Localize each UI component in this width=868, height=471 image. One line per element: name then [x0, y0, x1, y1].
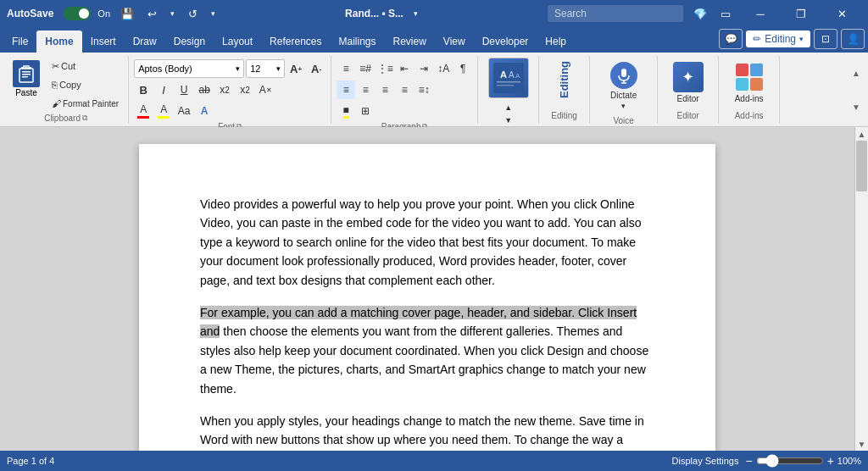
undo-dropdown[interactable]: ▾ [167, 8, 178, 19]
editor-button[interactable]: ✦ Editor [667, 58, 709, 108]
copilot-button[interactable]: 💎 [690, 6, 710, 22]
change-case-button[interactable]: Aa [175, 102, 193, 120]
highlight-button[interactable]: A [154, 102, 173, 120]
bullets-button[interactable]: ≡ [337, 59, 355, 78]
menu-item-insert[interactable]: Insert [82, 30, 125, 53]
restore-button[interactable]: ❐ [782, 0, 821, 27]
paragraph-3[interactable]: When you apply styles, your headings cha… [200, 412, 654, 451]
ribbon-display-button[interactable]: ▭ [717, 6, 734, 22]
document-page[interactable]: Video provides a powerful way to help yo… [139, 144, 715, 451]
text-effects-button[interactable]: A [195, 102, 214, 120]
align-left-button[interactable]: ≡ [337, 80, 355, 99]
styles-group: A A A ▲ ▼ ▾ Styles ⧉ [478, 56, 539, 124]
paragraph-1[interactable]: Video provides a powerful way to help yo… [200, 195, 654, 290]
menu-item-home[interactable]: Home [36, 30, 81, 53]
copy-button[interactable]: ⎘ Copy [47, 76, 123, 93]
subscript-button[interactable]: x2 [215, 80, 234, 99]
dictate-button[interactable]: Dictate ▾ [604, 58, 643, 114]
clear-formatting-button[interactable]: A✕ [256, 80, 275, 99]
editing-group: Editing Editing [539, 56, 590, 124]
menu-item-review[interactable]: Review [385, 30, 435, 53]
people-button[interactable]: 👤 [841, 29, 865, 49]
italic-button[interactable]: I [154, 80, 173, 99]
paste-icon [13, 60, 40, 87]
zoom-slider[interactable] [756, 454, 824, 468]
zoom-in-button[interactable]: + [827, 454, 834, 468]
editing-vertical-label[interactable]: Editing [558, 58, 570, 102]
svg-rect-3 [22, 71, 31, 73]
shading-button[interactable]: ■ [337, 102, 355, 120]
multilevel-button[interactable]: ⋮≡ [376, 59, 394, 78]
autosave-state: On [97, 8, 110, 19]
justify-button[interactable]: ≡ [395, 80, 414, 99]
styles-icon[interactable]: A A A [488, 58, 529, 98]
editing-group-label: Editing [551, 111, 577, 120]
scroll-down-button[interactable]: ▼ [855, 437, 868, 451]
undo-button[interactable]: ↩ [144, 6, 160, 22]
cut-button[interactable]: ✂ Cut [47, 58, 123, 75]
numbering-button[interactable]: ≡# [356, 59, 375, 78]
align-right-button[interactable]: ≡ [376, 80, 394, 99]
borders-button[interactable]: ⊞ [356, 102, 375, 120]
decrease-indent-button[interactable]: ⇤ [395, 59, 414, 78]
menu-item-design[interactable]: Design [165, 30, 214, 53]
grow-font-button[interactable]: A+ [287, 59, 305, 78]
addins-button[interactable]: Add-ins [728, 58, 771, 108]
zoom-out-button[interactable]: − [745, 454, 752, 468]
font-size-arrow: ▾ [276, 64, 281, 73]
doc-title-dropdown[interactable]: ▾ [410, 8, 421, 19]
addins-icon [734, 62, 765, 92]
paragraph-group: ≡ ≡# ⋮≡ ⇤ ⇥ ↕A ¶ ≡ ≡ ≡ ≡ ≡↕ ■ [331, 56, 478, 124]
menu-item-help[interactable]: Help [537, 30, 575, 53]
show-para-button[interactable]: ¶ [453, 59, 472, 78]
styles-down-button[interactable]: ▼ [499, 114, 518, 126]
menu-item-mailings[interactable]: Mailings [330, 30, 384, 53]
format-painter-button[interactable]: 🖌 Format Painter [47, 95, 123, 112]
font-color-button[interactable]: A [134, 102, 153, 120]
font-size-dropdown[interactable]: 12 ▾ [246, 59, 285, 78]
addins-group-label: Add-ins [735, 111, 764, 120]
minimize-button[interactable]: ─ [741, 0, 780, 27]
redo-button[interactable]: ↺ [185, 6, 201, 22]
menu-item-file[interactable]: File [3, 30, 36, 53]
styles-up-button[interactable]: ▲ [499, 102, 518, 114]
editing-button[interactable]: ✏ Editing ▾ [746, 30, 810, 47]
center-button[interactable]: ≡ [356, 80, 375, 99]
addins-group: Add-ins Add-ins [719, 56, 780, 124]
shrink-font-button[interactable]: A- [307, 59, 326, 78]
ribbon-scroll: ▲ ▼ [848, 56, 865, 124]
search-input[interactable] [548, 5, 683, 22]
strikethrough-button[interactable]: ab [195, 80, 214, 99]
menu-item-draw[interactable]: Draw [125, 30, 165, 53]
close-button[interactable]: ✕ [822, 0, 861, 27]
menu-item-references[interactable]: References [261, 30, 330, 53]
increase-indent-button[interactable]: ⇥ [415, 59, 433, 78]
share-view-button[interactable]: ⊡ [814, 29, 837, 49]
line-spacing-button[interactable]: ≡↕ [415, 80, 433, 99]
menu-item-layout[interactable]: Layout [214, 30, 261, 53]
vertical-scrollbar[interactable]: ▲ ▼ [854, 127, 868, 451]
underline-button[interactable]: U [175, 80, 193, 99]
scroll-up-button[interactable]: ▲ [855, 127, 868, 141]
clipboard-expand-icon[interactable]: ⧉ [82, 114, 87, 123]
comment-button[interactable]: 💬 [719, 29, 743, 49]
dictate-label: Dictate [610, 91, 637, 100]
paste-button[interactable]: Paste [8, 58, 44, 100]
quick-access-dropdown[interactable]: ▾ [208, 8, 219, 19]
menu-item-view[interactable]: View [435, 30, 474, 53]
ribbon-scroll-down[interactable]: ▼ [848, 90, 865, 124]
save-button[interactable]: 💾 [117, 6, 137, 22]
font-name-dropdown[interactable]: Aptos (Body) ▾ [134, 59, 244, 78]
menu-item-developer[interactable]: Developer [474, 30, 537, 53]
paragraph-2[interactable]: For example, you can add a matching cove… [200, 303, 654, 398]
scroll-thumb[interactable] [856, 141, 867, 191]
scroll-track[interactable] [855, 141, 868, 437]
voice-group: Dictate ▾ Voice [590, 56, 658, 124]
bold-button[interactable]: B [134, 80, 153, 99]
ribbon-scroll-up[interactable]: ▲ [848, 56, 865, 90]
autosave-toggle[interactable] [64, 7, 91, 20]
sort-button[interactable]: ↕A [434, 59, 453, 78]
display-settings-button[interactable]: Display Settings [672, 456, 739, 466]
superscript-button[interactable]: x2 [236, 80, 254, 99]
document-content[interactable]: Video provides a powerful way to help yo… [0, 127, 854, 451]
